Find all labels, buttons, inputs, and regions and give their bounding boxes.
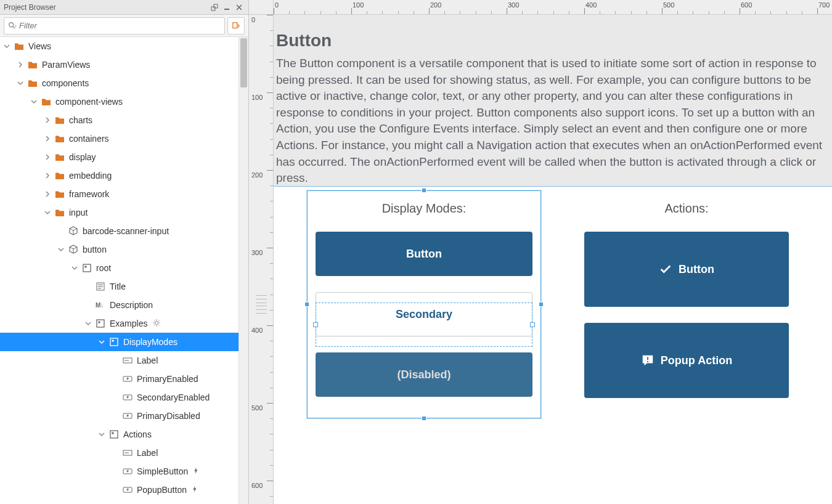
twisty-icon[interactable] [27, 92, 41, 111]
tree-item-label[interactable]: Label [0, 444, 239, 462]
ruler-grip[interactable] [249, 292, 273, 317]
tree-item-examples[interactable]: Examples [0, 314, 239, 333]
tree-item-button[interactable]: button [0, 240, 239, 259]
tree-item-label: input [69, 208, 88, 217]
folder-icon [54, 152, 65, 163]
popup-action-button[interactable]: Popup Action [584, 323, 789, 398]
primary-button[interactable]: Button [316, 232, 532, 276]
twisty-icon[interactable] [68, 259, 81, 277]
tree-item-popupbutton[interactable]: PopupButton [0, 481, 239, 499]
tree-item-charts[interactable]: charts [0, 111, 239, 129]
svg-rect-31 [110, 431, 118, 438]
filter-row [0, 15, 248, 37]
button-icon [122, 410, 133, 421]
filter-input[interactable] [19, 21, 221, 30]
twisty-icon[interactable] [41, 111, 54, 129]
svg-rect-38 [647, 361, 648, 362]
twisty-icon [108, 351, 122, 370]
tree-item-displaymodes[interactable]: DisplayModes [0, 333, 239, 351]
twisty-icon[interactable] [0, 37, 14, 55]
tree-item-primarydisabled[interactable]: PrimaryDisabled [0, 407, 239, 425]
tree-item-label: Actions [123, 429, 152, 439]
tree-item-label: DisplayModes [123, 337, 177, 347]
disabled-button: (Disabled) [316, 352, 532, 397]
folder-icon [14, 41, 25, 52]
tree-item-label: PopupButton [137, 485, 187, 495]
tree-item-paramviews[interactable]: ParamViews [0, 55, 239, 74]
tree-item-components[interactable]: components [0, 74, 239, 92]
tree-item-label: containers [69, 134, 109, 144]
tree-item-embedding[interactable]: embedding [0, 166, 239, 185]
folder-icon [54, 133, 65, 144]
tree-item-component-views[interactable]: component-views [0, 92, 239, 111]
tree-item-label: PrimaryEnabled [137, 374, 198, 384]
tree-item-display[interactable]: display [0, 148, 239, 166]
doc-header: Button The Button component is a versati… [276, 31, 830, 187]
tree-item-actions[interactable]: Actions [0, 425, 239, 444]
panel-dock-button[interactable] [209, 2, 220, 13]
tree-item-title[interactable]: Title [0, 277, 239, 296]
container-icon [81, 262, 92, 274]
twisty-icon [81, 296, 95, 314]
tree-item-barcode-scanner-input[interactable]: barcode-scanner-input [0, 222, 239, 240]
svg-point-15 [155, 321, 158, 324]
twisty-icon[interactable] [14, 55, 27, 74]
twisty-icon [108, 462, 122, 481]
tree-item-views[interactable]: Views [0, 37, 239, 55]
scroll-thumb[interactable] [240, 38, 247, 87]
design-canvas[interactable]: Button The Button component is a versati… [274, 15, 832, 504]
panel-close-button[interactable] [234, 2, 245, 13]
project-tree[interactable]: ViewsParamViewscomponentscomponent-views… [0, 37, 239, 504]
twisty-icon[interactable] [41, 129, 54, 148]
twisty-icon[interactable] [54, 240, 68, 259]
tree-item-simplebutton[interactable]: SimpleButton [0, 462, 239, 481]
md-icon: M↓ [95, 299, 106, 311]
twisty-icon [54, 222, 68, 240]
svg-rect-6 [83, 264, 91, 272]
filter-icon [232, 22, 240, 30]
gear-icon [152, 319, 161, 329]
folder-icon [54, 189, 65, 200]
tree-item-input[interactable]: input [0, 203, 239, 222]
tree-item-label[interactable]: Label [0, 351, 239, 370]
bolt-icon [192, 485, 199, 495]
action-button[interactable]: Button [584, 232, 789, 307]
alert-icon [641, 354, 655, 367]
tree-item-root[interactable]: root [0, 259, 239, 277]
twisty-icon[interactable] [41, 185, 54, 203]
tree-scrollbar[interactable] [239, 37, 248, 504]
svg-rect-5 [233, 22, 237, 28]
label-icon [122, 355, 133, 366]
tree-item-label: Label [137, 448, 158, 458]
twisty-icon[interactable] [81, 314, 95, 333]
tree-item-secondaryenabled[interactable]: SecondaryEnabled [0, 388, 239, 407]
twisty-icon[interactable] [41, 203, 54, 222]
filter-options-button[interactable] [227, 17, 245, 35]
tree-item-containers[interactable]: containers [0, 129, 239, 148]
cube-icon [68, 244, 79, 255]
svg-rect-0 [214, 4, 218, 8]
tree-item-label: barcode-scanner-input [83, 226, 169, 236]
tree-item-label: framework [69, 189, 109, 199]
tree-item-label: Views [28, 41, 51, 51]
twisty-icon[interactable] [95, 333, 108, 351]
svg-line-23 [154, 324, 155, 325]
filter-box[interactable] [4, 17, 225, 35]
container-icon [95, 318, 106, 329]
tree-item-framework[interactable]: framework [0, 185, 239, 203]
svg-line-22 [158, 320, 160, 321]
secondary-button[interactable]: Secondary [316, 292, 532, 336]
container-icon [108, 429, 120, 440]
design-area: 0100200300400500600700 01002003004005006… [249, 0, 832, 504]
panel-minimize-button[interactable] [221, 2, 232, 13]
tree-item-label: ParamViews [42, 60, 90, 70]
twisty-icon[interactable] [41, 148, 54, 166]
twisty-icon[interactable] [95, 425, 108, 444]
svg-line-20 [154, 320, 155, 321]
tree-item-primaryenabled[interactable]: PrimaryEnabled [0, 370, 239, 388]
twisty-icon[interactable] [14, 74, 27, 92]
tree-item-label: component-views [55, 97, 123, 107]
twisty-icon[interactable] [41, 166, 54, 185]
svg-text:M↓: M↓ [96, 302, 104, 309]
tree-item-description[interactable]: M↓Description [0, 296, 239, 314]
